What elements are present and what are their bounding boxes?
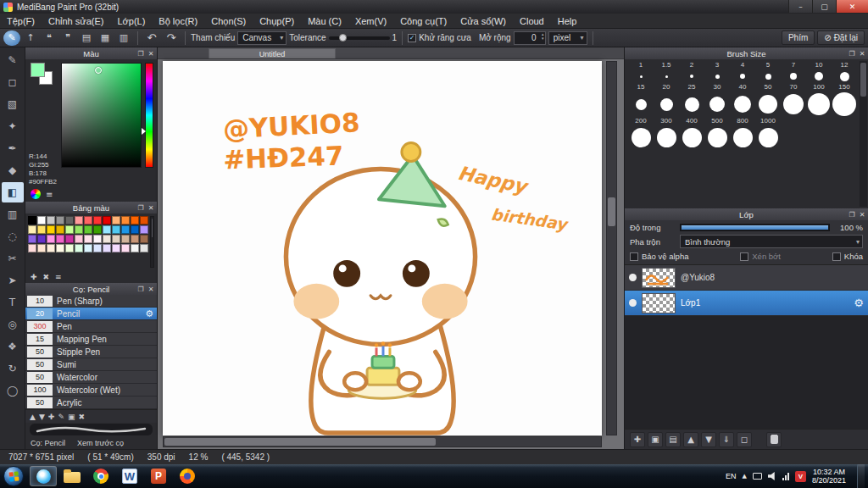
palette-swatch[interactable] [103, 216, 111, 225]
palette-swatch[interactable] [140, 235, 148, 243]
menu-item-6[interactable]: Màu (C) [301, 14, 348, 29]
palette-swatch[interactable] [28, 235, 36, 243]
brush-list-item[interactable]: 15Mapping Pen [25, 333, 157, 346]
language-indicator[interactable]: EN [726, 472, 737, 480]
palette-swatch[interactable] [93, 225, 102, 234]
reset-button[interactable]: ⊘Đặt lại [817, 30, 865, 45]
palette-swatch[interactable] [131, 244, 139, 252]
palette-swatch[interactable] [56, 235, 64, 243]
palette-swatch[interactable] [28, 225, 36, 234]
palette-swatch[interactable] [47, 225, 55, 234]
palette-swatch[interactable] [103, 244, 111, 252]
brush-size-option[interactable]: 3 [704, 61, 730, 83]
hue-slider[interactable] [145, 63, 153, 168]
brush-size-option[interactable]: 300 [654, 117, 679, 149]
brush-up-icon[interactable]: ▲ [30, 413, 36, 421]
palette-swatch[interactable] [84, 216, 92, 225]
brush-size-option[interactable]: 1000 [755, 117, 781, 149]
brush-list-item[interactable]: 20Pencil⚙ [25, 308, 157, 320]
palette-swatch[interactable] [47, 235, 55, 243]
layer-down-icon[interactable]: ▼ [701, 432, 716, 447]
brush-size-option[interactable]: 500 [704, 117, 730, 149]
palette-swatch[interactable] [103, 225, 111, 234]
lock-checkbox[interactable]: Khóa [832, 252, 863, 261]
popout-icon[interactable]: ❐ [136, 286, 145, 293]
menu-item-10[interactable]: Cloud [513, 14, 551, 29]
palette-swatch[interactable] [65, 225, 74, 234]
undo-button[interactable]: ↶ [143, 30, 160, 46]
brush-folder-icon[interactable]: ▣ [68, 413, 75, 421]
close-icon[interactable]: ✕ [147, 204, 155, 212]
eraser-tool[interactable]: ◻ [2, 72, 24, 92]
layer-up-icon[interactable]: ▲ [683, 432, 698, 447]
palette-swatch[interactable] [112, 235, 120, 243]
palette-swatch[interactable] [56, 216, 64, 225]
palette-swatch[interactable] [121, 235, 130, 243]
brush-size-option[interactable]: 400 [679, 117, 704, 149]
layer-visibility-icon[interactable] [629, 274, 637, 281]
close-icon[interactable]: ✕ [147, 286, 155, 293]
select-pen-tool[interactable]: ◌ [2, 226, 24, 247]
menu-item-8[interactable]: Công cụ(T) [393, 14, 453, 29]
redo-button[interactable]: ↷ [163, 30, 180, 46]
zoom-tool[interactable]: ◯ [2, 380, 24, 401]
palette-swatch[interactable] [75, 216, 83, 225]
palette-swatch[interactable] [47, 244, 55, 252]
brush-size-option[interactable]: 20 [654, 83, 679, 117]
close-icon[interactable]: ✕ [147, 50, 155, 58]
clipping-checkbox[interactable]: Xén bớt [740, 252, 781, 261]
palette-swatch[interactable] [121, 216, 130, 225]
brush-size-option[interactable]: 2 [679, 61, 704, 83]
show-desktop-button[interactable] [857, 464, 865, 488]
protect-alpha-checkbox[interactable]: Bảo vệ alpha [630, 252, 688, 261]
brush-size-option[interactable]: 200 [628, 117, 654, 149]
reference-dropdown[interactable]: Canvas [237, 31, 287, 45]
palette-swatch[interactable] [93, 235, 102, 243]
palette-menu-icon[interactable]: ≡ [55, 273, 62, 281]
palette-swatch[interactable] [140, 244, 148, 252]
palette-scrollbar[interactable] [150, 216, 154, 268]
palette-swatch[interactable] [84, 244, 92, 252]
saturation-value-picker[interactable] [61, 63, 142, 168]
palette-swatch[interactable] [75, 225, 83, 234]
menu-item-1[interactable]: Chỉnh sửa(E) [42, 14, 110, 29]
explorer-taskbar-icon[interactable] [58, 466, 86, 486]
chat-icon[interactable]: ❞ [59, 30, 76, 46]
volume-tray-icon[interactable] [768, 472, 776, 480]
palette-swatch[interactable] [75, 244, 83, 252]
rotate-tool[interactable]: ↻ [2, 358, 24, 379]
delete-color-icon[interactable]: ✖ [43, 273, 50, 281]
start-button[interactable] [3, 466, 24, 486]
delete-brush-icon[interactable]: ✖ [78, 413, 85, 421]
sv-marker[interactable] [95, 67, 102, 74]
palette-swatch[interactable] [93, 244, 102, 252]
brush-down-icon[interactable]: ▼ [39, 413, 45, 421]
brush-size-option[interactable]: 50 [755, 83, 781, 117]
text-tool[interactable]: T [2, 292, 24, 313]
palette-swatch[interactable] [112, 216, 120, 225]
layer-row[interactable]: Lớp1⚙ [625, 291, 868, 316]
brush-size-option[interactable]: 5 [755, 61, 781, 83]
blend-mode-dropdown[interactable]: Bình thường [680, 235, 863, 248]
hidden-icons-chevron[interactable]: ▲ [743, 473, 747, 480]
menu-item-2[interactable]: Lớp(L) [110, 14, 152, 29]
brush-size-option[interactable]: 40 [730, 83, 755, 117]
popout-icon[interactable]: ❐ [848, 50, 856, 58]
merge-layer-icon[interactable]: ⇓ [719, 432, 734, 447]
brush-size-option[interactable]: 150 [832, 83, 857, 117]
brush-mode-icon[interactable]: ✎ [3, 30, 20, 46]
brush-list-item[interactable]: 50Stipple Pen [25, 346, 157, 358]
menu-item-4[interactable]: Chọn(S) [204, 14, 253, 29]
add-brush-icon[interactable]: ✚ [48, 413, 55, 421]
palette-swatch[interactable] [112, 225, 120, 234]
palette-swatch[interactable] [131, 216, 139, 225]
brush-list-item[interactable]: 50Sumi [25, 358, 157, 371]
maximize-button[interactable]: ▢ [812, 0, 836, 13]
menu-item-3[interactable]: Bộ lọc(R) [152, 14, 204, 29]
brush-list-item[interactable]: 100Watercolor (Wet) [25, 384, 157, 396]
delete-layer-icon[interactable] [766, 432, 782, 447]
unikey-tray-icon[interactable]: V [795, 471, 806, 482]
brush-size-option[interactable]: 1.5 [654, 61, 679, 83]
brush-size-option[interactable]: 12 [832, 61, 857, 83]
layer-row[interactable]: @Yukio8 [625, 265, 868, 291]
